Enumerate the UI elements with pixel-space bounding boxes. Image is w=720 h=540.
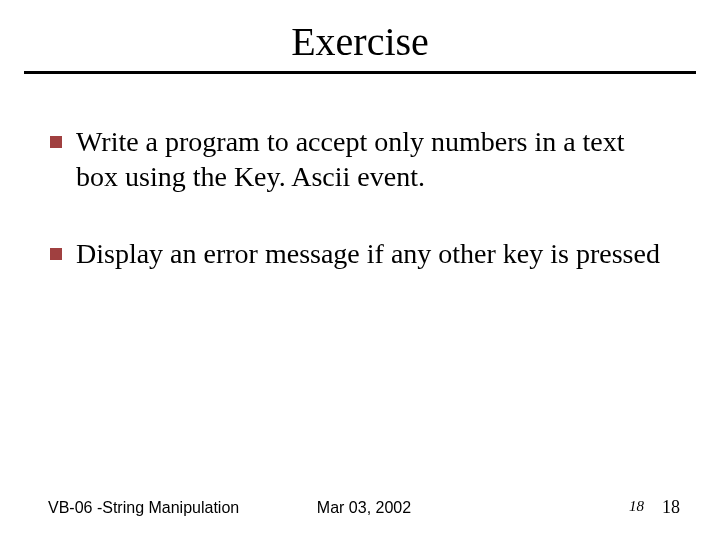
footer-left: VB-06 -String Manipulation [48, 499, 259, 517]
slide-content: Write a program to accept only numbers i… [0, 74, 720, 271]
square-bullet-icon [50, 248, 62, 260]
square-bullet-icon [50, 136, 62, 148]
bullet-text: Display an error message if any other ke… [76, 236, 670, 271]
page-number: 18 [662, 497, 680, 518]
footer-page: 18 18 [469, 497, 680, 518]
slide: Exercise Write a program to accept only … [0, 0, 720, 540]
bullet-item: Write a program to accept only numbers i… [50, 124, 670, 194]
footer-date: Mar 03, 2002 [259, 499, 470, 517]
slide-footer: VB-06 -String Manipulation Mar 03, 2002 … [0, 497, 720, 518]
page-number-overlay: 18 [629, 498, 644, 515]
slide-title: Exercise [0, 0, 720, 71]
bullet-item: Display an error message if any other ke… [50, 236, 670, 271]
bullet-text: Write a program to accept only numbers i… [76, 124, 670, 194]
